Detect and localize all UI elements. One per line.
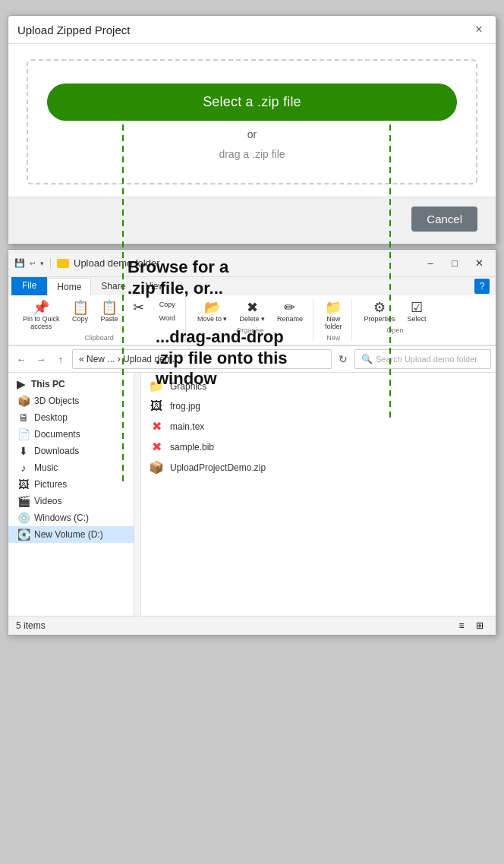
refresh-button[interactable]: ↻ xyxy=(335,351,351,367)
properties-button[interactable]: ⚙ Properties xyxy=(358,298,400,325)
rename-small-btn[interactable]: Word xyxy=(154,312,181,324)
sidebar-item-pictures[interactable]: 🖼 Pictures xyxy=(8,476,140,493)
new-group-label: New xyxy=(326,334,340,342)
sidebar-item-windows-c[interactable]: 💿 Windows (C:) xyxy=(8,509,140,526)
ribbon-toolbar: 📌 Pin to Quick access 📋 Copy 📋 Paste xyxy=(8,295,496,345)
sidebar-item-downloads[interactable]: ⬇ Downloads xyxy=(8,443,140,459)
downloads-icon: ⬇ xyxy=(17,445,30,457)
file-item-upload-zip[interactable]: 📦 UploadProjectDemo.zip xyxy=(141,457,496,478)
help-button[interactable]: ? xyxy=(474,279,490,294)
move-to-icon: 📂 xyxy=(204,301,221,314)
item-count: 5 items xyxy=(16,620,46,631)
explorer-window: 💾 ↩ ▾ Upload demo folder – □ ✕ File Home… xyxy=(8,249,496,635)
ribbon-tab-share[interactable]: Share xyxy=(91,277,135,295)
minimize-button[interactable]: – xyxy=(420,256,441,271)
file-item-main-tex[interactable]: ✖ main.tex xyxy=(141,416,496,437)
desktop-icon: 🖥 xyxy=(17,412,30,424)
explorer-content: ▶ This PC 📦 3D Objects 🖥 Desktop 📄 Docum… xyxy=(8,373,496,616)
copy-button[interactable]: 📋 Copy xyxy=(67,298,94,325)
ribbon-group-open: ⚙ Properties ☑ Select Open xyxy=(354,298,436,342)
cancel-button[interactable]: Cancel xyxy=(411,207,477,232)
select-icon: ☑ xyxy=(411,301,423,314)
new-volume-d-icon: 💽 xyxy=(17,528,30,541)
new-folder-icon: 📁 xyxy=(325,301,342,314)
paste-button[interactable]: 📋 Paste xyxy=(96,298,124,325)
view-buttons: ≡ ⊞ xyxy=(453,619,488,632)
main-tex-icon: ✖ xyxy=(149,419,164,434)
upload-dialog: Upload Zipped Project × Select a .zip fi… xyxy=(8,15,496,244)
drop-zone[interactable]: Select a .zip file or drag a .zip file xyxy=(27,59,477,184)
sidebar-scrollbar-track xyxy=(134,373,140,616)
explorer-title-left: 💾 ↩ ▾ Upload demo folder xyxy=(14,257,159,269)
file-item-frog[interactable]: 🖼 frog.jpg xyxy=(141,396,496,416)
nav-forward-button[interactable]: → xyxy=(33,351,49,367)
grid-view-button[interactable]: ⊞ xyxy=(471,619,488,632)
status-bar: 5 items ≡ ⊞ xyxy=(8,616,496,635)
upload-zip-icon: 📦 xyxy=(149,460,164,475)
sample-bib-icon: ✖ xyxy=(149,440,164,454)
open-group-label: Open xyxy=(386,326,403,334)
dialog-body: Select a .zip file or drag a .zip file xyxy=(8,44,496,184)
pictures-icon: 🖼 xyxy=(17,478,30,490)
pin-icon: 📌 xyxy=(33,301,49,314)
sidebar-item-3dobjects[interactable]: 📦 3D Objects xyxy=(8,393,140,409)
ribbon-tab-home[interactable]: Home xyxy=(47,278,91,296)
search-box[interactable]: 🔍 Search Upload demo folder xyxy=(354,349,491,369)
rename-button[interactable]: ✏ Rename xyxy=(272,298,308,325)
undo-icon[interactable]: ↩ xyxy=(30,260,36,267)
select-button[interactable]: ☑ Select xyxy=(402,298,432,325)
select-zip-button[interactable]: Select a .zip file xyxy=(47,84,457,121)
organise-buttons: 📂 Move to ▾ ✖ Delete ▾ ✏ Rename xyxy=(192,298,308,325)
sidebar-item-videos[interactable]: 🎬 Videos xyxy=(8,493,140,509)
move-to-button[interactable]: 📂 Move to ▾ xyxy=(192,298,233,325)
down-arrow-title[interactable]: ▾ xyxy=(40,260,44,267)
sidebar-item-desktop[interactable]: 🖥 Desktop xyxy=(8,409,140,426)
paste-icon: 📋 xyxy=(101,301,118,314)
properties-icon: ⚙ xyxy=(373,301,386,314)
drag-hint: drag a .zip file xyxy=(219,148,285,160)
list-view-button[interactable]: ≡ xyxy=(453,619,470,632)
ribbon-group-new: 📁 New folder New xyxy=(315,298,353,342)
graphics-folder-icon: 📁 xyxy=(149,379,164,393)
cut-icon-btn[interactable]: ✂ xyxy=(125,298,153,317)
ribbon-tab-file[interactable]: File xyxy=(11,277,47,295)
dialog-footer: Cancel xyxy=(8,197,496,244)
restore-button[interactable]: □ xyxy=(444,256,465,271)
address-path[interactable]: « New ... › Upload dem... xyxy=(72,349,332,369)
copy-to-small-btn[interactable]: Copy xyxy=(154,298,181,311)
new-folder-button[interactable]: 📁 New folder xyxy=(320,298,348,333)
sidebar-item-this-pc[interactable]: ▶ This PC xyxy=(8,376,140,393)
videos-icon: 🎬 xyxy=(17,495,30,507)
dialog-title: Upload Zipped Project xyxy=(17,24,130,36)
copy-icon: 📋 xyxy=(72,301,89,314)
rename-icon: ✏ xyxy=(284,301,295,314)
main-file-pane: 📁 Graphics 🖼 frog.jpg ✖ main.tex ✖ sampl… xyxy=(141,373,496,616)
or-divider: or xyxy=(247,128,257,140)
quick-save-icon[interactable]: 💾 xyxy=(14,258,25,268)
file-item-sample-bib[interactable]: ✖ sample.bib xyxy=(141,437,496,457)
ribbon-tab-view[interactable]: View xyxy=(135,277,175,295)
sidebar-item-documents[interactable]: 📄 Documents xyxy=(8,426,140,443)
sidebar-item-music[interactable]: ♪ Music xyxy=(8,459,140,476)
delete-icon: ✖ xyxy=(247,301,258,314)
nav-up-button[interactable]: ↑ xyxy=(52,351,69,367)
delete-button[interactable]: ✖ Delete ▾ xyxy=(234,298,270,325)
clipboard-buttons: 📌 Pin to Quick access 📋 Copy 📋 Paste xyxy=(17,298,181,333)
explorer-title-text: Upload demo folder xyxy=(74,257,159,269)
sidebar-scrollbar-thumb[interactable] xyxy=(134,388,140,434)
documents-icon: 📄 xyxy=(17,428,30,440)
file-item-graphics[interactable]: 📁 Graphics xyxy=(141,376,496,396)
ribbon: File Home Share View ? 📌 Pin to Quick ac… xyxy=(8,277,496,346)
search-icon: 🔍 xyxy=(361,354,373,364)
music-icon: ♪ xyxy=(17,462,30,474)
dialog-close-button[interactable]: × xyxy=(471,22,487,37)
3d-objects-icon: 📦 xyxy=(17,395,30,407)
close-window-button[interactable]: ✕ xyxy=(468,256,490,271)
ribbon-group-organise: 📂 Move to ▾ ✖ Delete ▾ ✏ Rename Organise xyxy=(187,298,313,342)
windows-c-icon: 💿 xyxy=(17,512,30,524)
separator xyxy=(50,258,51,269)
sidebar-item-new-volume-d[interactable]: 💽 New Volume (D:) xyxy=(8,526,140,543)
pin-to-quick-access-button[interactable]: 📌 Pin to Quick access xyxy=(17,298,65,333)
sidebar-nav: ▶ This PC 📦 3D Objects 🖥 Desktop 📄 Docum… xyxy=(8,373,141,616)
nav-back-button[interactable]: ← xyxy=(13,351,30,367)
